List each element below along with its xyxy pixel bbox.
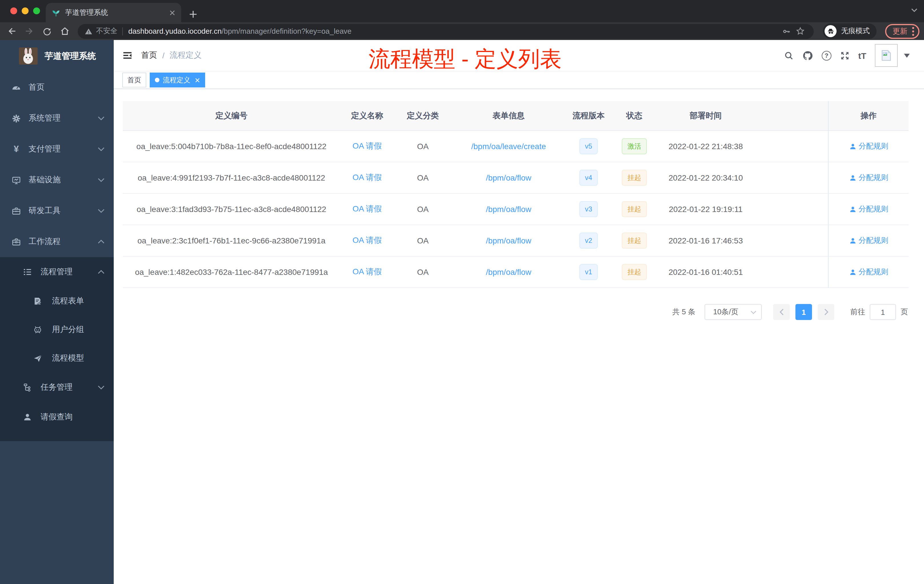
reload-icon[interactable] bbox=[40, 24, 54, 38]
avatar-caret-icon[interactable] bbox=[904, 53, 910, 58]
tag-close-icon[interactable] bbox=[195, 78, 200, 82]
assign-rule-link[interactable]: 分配规则 bbox=[849, 141, 888, 152]
help-icon[interactable]: ? bbox=[822, 51, 832, 60]
minimize-window-button[interactable] bbox=[22, 7, 28, 14]
tag-home[interactable]: 首页 bbox=[122, 73, 146, 87]
assign-user-icon bbox=[849, 174, 856, 181]
chevron-down-icon bbox=[98, 116, 105, 120]
sidebar-item-home[interactable]: 首页 bbox=[0, 72, 114, 103]
assign-rule-link[interactable]: 分配规则 bbox=[849, 267, 888, 277]
forward-icon[interactable] bbox=[22, 24, 36, 38]
security-label[interactable]: 不安全 bbox=[96, 26, 117, 36]
sidebar-item-process-form[interactable]: 流程表单 bbox=[0, 287, 114, 315]
dashboard-icon bbox=[12, 82, 21, 92]
status-tag: 激活 bbox=[622, 138, 647, 154]
favicon-sprout-icon bbox=[51, 8, 61, 17]
definition-name-link[interactable]: OA 请假 bbox=[353, 267, 382, 277]
sidebar-item-process-management[interactable]: 流程管理 bbox=[0, 257, 114, 287]
search-icon[interactable] bbox=[784, 51, 794, 60]
avatar[interactable] bbox=[875, 44, 898, 67]
col-header-form-info: 表单信息 bbox=[451, 101, 566, 130]
main-content: 首页 / 流程定义 ? t bbox=[114, 40, 924, 584]
sidebar-item-process-model[interactable]: 流程模型 bbox=[0, 344, 114, 373]
assign-rule-link[interactable]: 分配规则 bbox=[849, 173, 888, 183]
breadcrumb: 首页 / 流程定义 bbox=[141, 50, 202, 61]
sidebar-logo[interactable]: 芋道管理系统 bbox=[0, 40, 114, 72]
tree-icon bbox=[22, 383, 32, 392]
new-tab-button[interactable] bbox=[189, 10, 197, 18]
address-bar[interactable]: 不安全 dashboard.yudao.iocoder.cn /bpm/mana… bbox=[78, 24, 814, 39]
briefcase-icon bbox=[12, 237, 21, 247]
fullscreen-icon[interactable] bbox=[840, 51, 850, 60]
form-info-link[interactable]: /bpm/oa/flow bbox=[486, 205, 531, 214]
definition-id: oa_leave:5:004b710b-7b8a-11ec-8ef0-acde4… bbox=[123, 131, 340, 162]
pagination: 共 5 条 10条/页 1 前往 页 bbox=[114, 304, 908, 320]
home-icon[interactable] bbox=[58, 24, 71, 38]
status-tag: 挂起 bbox=[622, 170, 647, 186]
sidebar-toggle-hamburger-icon[interactable] bbox=[114, 50, 141, 61]
bookmark-star-icon[interactable] bbox=[793, 24, 807, 38]
update-label[interactable]: 更新 bbox=[893, 26, 908, 36]
tree-table-icon bbox=[22, 267, 32, 277]
back-icon[interactable] bbox=[5, 24, 18, 38]
not-secure-warning-icon[interactable] bbox=[84, 27, 92, 35]
sidebar-item-devtools[interactable]: 研发工具 bbox=[0, 195, 114, 226]
close-window-button[interactable] bbox=[10, 7, 17, 14]
form-info-link[interactable]: /bpm/oa/leave/create bbox=[471, 142, 546, 151]
definition-category: OA bbox=[394, 257, 451, 287]
version-tag: v3 bbox=[579, 201, 598, 217]
browser-update-button[interactable]: 更新 bbox=[885, 24, 919, 39]
next-page-button[interactable] bbox=[818, 304, 834, 320]
table-row: oa_leave:1:482ec033-762a-11ec-8477-a2380… bbox=[123, 257, 909, 288]
assign-rule-link[interactable]: 分配规则 bbox=[849, 236, 888, 246]
tag-process-definition[interactable]: 流程定义 bbox=[150, 73, 205, 87]
sidebar-item-system[interactable]: 系统管理 bbox=[0, 103, 114, 134]
definition-name-link[interactable]: OA 请假 bbox=[353, 173, 382, 183]
status-tag: 挂起 bbox=[622, 201, 647, 217]
deploy-time: 2022-01-22 19:19:11 bbox=[657, 194, 754, 224]
sidebar: 芋道管理系统 首页 系统管理 ¥ 支付管理 bbox=[0, 40, 114, 584]
sidebar-item-leave-query[interactable]: 请假查询 bbox=[0, 402, 114, 432]
table-body: oa_leave:5:004b710b-7b8a-11ec-8ef0-acde4… bbox=[123, 131, 909, 288]
deploy-time: 2022-01-16 01:40:51 bbox=[657, 257, 754, 287]
assign-user-icon bbox=[849, 205, 856, 213]
tab-title: 芋道管理系统 bbox=[65, 8, 165, 17]
github-icon[interactable] bbox=[802, 50, 813, 61]
definition-name-link[interactable]: OA 请假 bbox=[353, 141, 382, 152]
sidebar-item-workflow[interactable]: 工作流程 bbox=[0, 226, 114, 257]
page-size-select[interactable]: 10条/页 bbox=[705, 304, 762, 320]
status-tag: 挂起 bbox=[622, 264, 647, 280]
browser-tab[interactable]: 芋道管理系统 bbox=[46, 3, 181, 22]
assign-rule-link[interactable]: 分配规则 bbox=[849, 204, 888, 214]
browser-window: 芋道管理系统 不安全 dashb bbox=[0, 0, 924, 584]
definition-id: oa_leave:4:991f2193-7b7f-11ec-a3c8-acde4… bbox=[123, 162, 340, 193]
form-info-link[interactable]: /bpm/oa/flow bbox=[486, 236, 531, 245]
page-number-button[interactable]: 1 bbox=[795, 304, 812, 320]
chevron-down-icon bbox=[98, 209, 105, 213]
form-info-link[interactable]: /bpm/oa/flow bbox=[486, 267, 531, 277]
pagination-total: 共 5 条 bbox=[672, 307, 695, 317]
window-chevron-icon[interactable] bbox=[911, 8, 918, 13]
sidebar-item-payment[interactable]: ¥ 支付管理 bbox=[0, 134, 114, 165]
breadcrumb-current: 流程定义 bbox=[170, 50, 202, 61]
sidebar-item-task-management[interactable]: 任务管理 bbox=[0, 373, 114, 402]
password-key-icon[interactable] bbox=[779, 24, 793, 38]
maximize-window-button[interactable] bbox=[33, 7, 40, 14]
col-header-process-version: 流程版本 bbox=[566, 101, 611, 130]
kebab-menu-icon[interactable] bbox=[912, 26, 914, 36]
gear-icon bbox=[12, 114, 21, 123]
window-controls[interactable] bbox=[10, 7, 40, 14]
font-size-icon[interactable]: tT bbox=[858, 51, 866, 60]
goto-page-input[interactable] bbox=[870, 304, 896, 320]
close-tab-icon[interactable] bbox=[169, 10, 175, 16]
col-header-definition-category: 定义分类 bbox=[394, 101, 451, 130]
col-header-definition-id: 定义编号 bbox=[123, 101, 340, 130]
breadcrumb-home[interactable]: 首页 bbox=[141, 50, 157, 61]
sidebar-item-infrastructure[interactable]: 基础设施 bbox=[0, 165, 114, 195]
form-info-link[interactable]: /bpm/oa/flow bbox=[486, 173, 531, 182]
prev-page-button[interactable] bbox=[773, 304, 790, 320]
sidebar-item-user-group[interactable]: 用户分组 bbox=[0, 315, 114, 344]
definition-name-link[interactable]: OA 请假 bbox=[353, 204, 382, 214]
workflow-submenu: 流程管理 流程表单 用户分组 bbox=[0, 257, 114, 441]
definition-name-link[interactable]: OA 请假 bbox=[353, 236, 382, 246]
